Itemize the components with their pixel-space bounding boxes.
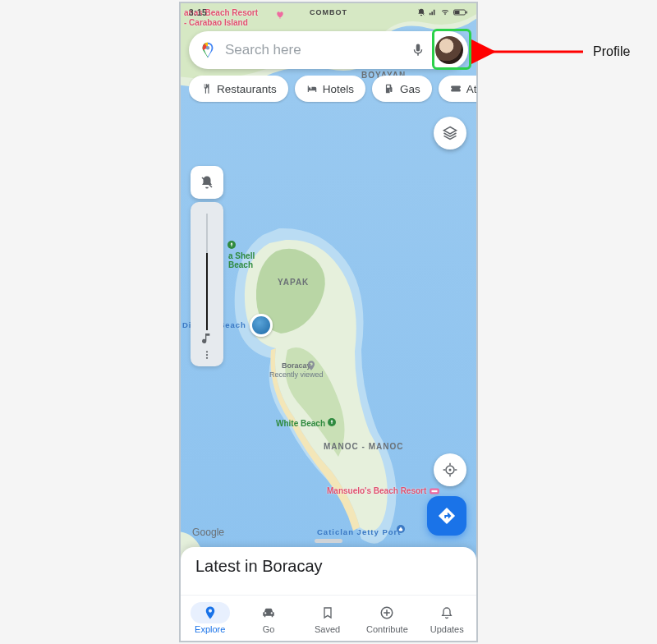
svg-rect-3: [432, 490, 438, 492]
google-watermark-text: Google: [192, 527, 224, 538]
bottom-sheet-title: Latest in Boracay: [195, 557, 462, 576]
search-bar[interactable]: Search here: [189, 31, 468, 69]
place-pin-icon: [306, 360, 317, 371]
music-note-icon: [200, 332, 214, 345]
svg-point-15: [449, 469, 452, 472]
svg-point-13: [206, 357, 208, 359]
volume-slider[interactable]: [191, 202, 223, 366]
map-center-label[interactable]: Boracay Recently viewed: [269, 361, 324, 380]
battery-icon: [453, 8, 468, 16]
status-bar: 3:15 COMBOT: [181, 3, 476, 21]
nav-label: Explore: [195, 624, 225, 634]
svg-rect-8: [466, 12, 468, 14]
bookmark-icon: [321, 605, 334, 620]
google-watermark: Google: [192, 524, 238, 544]
car-icon: [260, 605, 277, 620]
bell-off-icon: [200, 175, 214, 190]
media-volume-control[interactable]: [191, 166, 223, 366]
chip-hotels[interactable]: Hotels: [295, 76, 365, 102]
nav-explore[interactable]: Explore: [182, 597, 238, 639]
chip-label: Attrac: [466, 83, 476, 95]
lodging-pin-icon: [429, 487, 440, 495]
microphone-icon: [411, 43, 425, 58]
map-district-yapak: YAPAK: [278, 278, 309, 287]
mute-button[interactable]: [191, 166, 223, 199]
annotation-arrow: [486, 43, 585, 61]
nav-contribute[interactable]: Contribute: [358, 597, 416, 639]
pin-icon: [203, 605, 218, 620]
directions-fab[interactable]: [427, 496, 466, 536]
restaurant-icon: [200, 83, 212, 94]
nav-go[interactable]: Go: [241, 597, 296, 639]
status-icons: [417, 8, 468, 16]
chip-attractions[interactable]: Attrac: [439, 76, 476, 102]
wifi-icon: [440, 8, 450, 16]
ticket-icon: [450, 83, 462, 94]
map-district-manoc: MANOC - MANOC: [324, 442, 403, 451]
voice-search-button[interactable]: [409, 41, 427, 59]
chip-restaurants[interactable]: Restaurants: [189, 76, 288, 102]
park-pin-icon: [327, 417, 337, 427]
svg-point-12: [206, 354, 208, 356]
nav-updates[interactable]: Updates: [419, 597, 475, 639]
status-carrier: COMBOT: [310, 8, 347, 16]
media-source-icon: [191, 332, 223, 345]
hotel-icon: [306, 83, 318, 94]
dnd-icon: [417, 8, 425, 16]
directions-icon: [438, 507, 456, 525]
map-poi-shell-beach[interactable]: a Shell Beach: [228, 251, 255, 269]
nav-saved[interactable]: Saved: [300, 597, 356, 639]
status-time: 3:15: [189, 8, 207, 17]
map-poi-white-beach[interactable]: White Beach: [276, 419, 325, 428]
crosshair-icon: [442, 462, 458, 478]
phone-frame: anas Beach Resort - Carabao Island BOYAY…: [179, 2, 478, 642]
slider-fill: [206, 253, 208, 330]
category-chips-row[interactable]: Restaurants Hotels Gas Attrac: [189, 76, 476, 104]
nav-label: Saved: [315, 624, 340, 634]
park-pin-icon: [227, 240, 237, 250]
screenshot-canvas: anas Beach Resort - Carabao Island BOYAY…: [0, 0, 657, 644]
map-poi-mansuelo[interactable]: Mansuelo's Beach Resort: [327, 486, 440, 495]
ferry-pin-icon: [396, 524, 406, 534]
chip-label: Gas: [400, 83, 420, 95]
chip-label: Hotels: [323, 83, 354, 95]
bottom-nav: Explore Go Saved Contribute Updates: [181, 595, 476, 641]
nav-label: Go: [263, 624, 275, 634]
chip-gas[interactable]: Gas: [372, 76, 432, 102]
annotation-label: Profile: [593, 44, 630, 59]
map-poi-caticlan[interactable]: Caticlan Jetty Port: [317, 527, 401, 536]
layers-button[interactable]: [434, 117, 466, 150]
map-island-boracay: [230, 227, 419, 555]
svg-rect-7: [455, 11, 460, 14]
svg-point-9: [206, 46, 209, 49]
bottom-sheet[interactable]: Latest in Boracay: [181, 547, 476, 595]
gas-icon: [384, 83, 395, 94]
nav-label: Updates: [430, 624, 464, 634]
nav-label: Contribute: [366, 624, 408, 634]
google-maps-logo-icon: [199, 41, 217, 59]
search-input[interactable]: Search here: [225, 42, 401, 58]
profile-avatar[interactable]: [435, 36, 463, 64]
signal-icon: [429, 8, 437, 16]
drag-handle[interactable]: [315, 539, 342, 543]
layers-icon: [442, 125, 458, 141]
svg-point-11: [206, 351, 208, 352]
chip-label: Restaurants: [217, 83, 277, 95]
map-place-marker[interactable]: [250, 314, 273, 337]
my-location-button[interactable]: [434, 453, 466, 486]
more-icon[interactable]: [191, 350, 223, 360]
bell-icon: [440, 605, 453, 620]
plus-circle-icon: [379, 605, 394, 620]
